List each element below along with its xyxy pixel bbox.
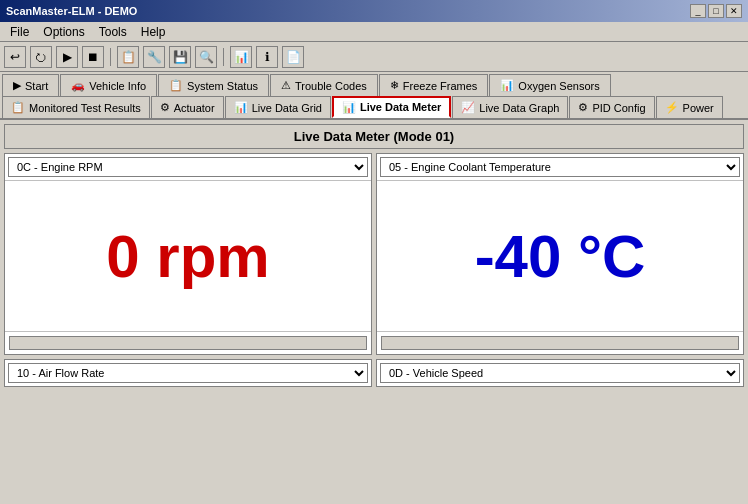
bottom-panel-right: 0D - Vehicle Speed 0C - Engine RPM 10 - … [376,359,744,387]
meter-right-progress-row [377,331,743,354]
tab-freeze-frames-label: Freeze Frames [403,80,478,92]
tab-oxygen-sensors[interactable]: 📊 Oxygen Sensors [489,74,610,96]
top-meters-row: 0C - Engine RPM 0D - Vehicle Speed 10 - … [4,153,744,355]
bottom-panel-left: 10 - Air Flow Rate 0C - Engine RPM 0D - … [4,359,372,387]
tab-live-grid-label: Live Data Grid [252,102,322,114]
meter-left-select[interactable]: 0C - Engine RPM 0D - Vehicle Speed 10 - … [8,157,368,177]
title-bar: ScanMaster-ELM - DEMO _ □ ✕ [0,0,748,22]
live-grid-icon: 📊 [234,101,248,114]
bottom-right-select[interactable]: 0D - Vehicle Speed 0C - Engine RPM 10 - … [380,363,740,383]
toolbar-sep-2 [223,48,224,66]
power-icon: ⚡ [665,101,679,114]
menu-file[interactable]: File [4,24,35,40]
tab-monitored-label: Monitored Test Results [29,102,141,114]
tab-monitored-test-results[interactable]: 📋 Monitored Test Results [2,96,150,118]
actuator-icon: ⚙ [160,101,170,114]
toolbar-btn-6[interactable]: 🔧 [143,46,165,68]
monitored-test-icon: 📋 [11,101,25,114]
main-content: Live Data Meter (Mode 01) 0C - Engine RP… [0,120,748,391]
bottom-left-select[interactable]: 10 - Air Flow Rate 0C - Engine RPM 0D - … [8,363,368,383]
tab-start[interactable]: ▶ Start [2,74,59,96]
tab-live-graph-label: Live Data Graph [479,102,559,114]
toolbar-btn-10[interactable]: ℹ [256,46,278,68]
toolbar: ↩ ⭮ ▶ ⏹ 📋 🔧 💾 🔍 📊 ℹ 📄 [0,42,748,72]
toolbar-btn-9[interactable]: 📊 [230,46,252,68]
meter-panel-right: 05 - Engine Coolant Temperature 0F - Int… [376,153,744,355]
toolbar-btn-11[interactable]: 📄 [282,46,304,68]
toolbar-btn-3[interactable]: ▶ [56,46,78,68]
toolbar-btn-4[interactable]: ⏹ [82,46,104,68]
system-status-icon: 📋 [169,79,183,92]
maximize-button[interactable]: □ [708,4,724,18]
tab-vehicle-info-label: Vehicle Info [89,80,146,92]
tab-live-meter-label: Live Data Meter [360,101,441,113]
meter-left-value-area: 0 rpm [5,181,371,331]
window-controls: _ □ ✕ [690,4,742,18]
vehicle-info-icon: 🚗 [71,79,85,92]
meter-panel-left: 0C - Engine RPM 0D - Vehicle Speed 10 - … [4,153,372,355]
live-meter-icon: 📊 [342,101,356,114]
tab-actuator[interactable]: ⚙ Actuator [151,96,224,118]
meter-left-value: 0 rpm [106,222,269,291]
tab-power[interactable]: ⚡ Power [656,96,723,118]
tab-pid-config[interactable]: ⚙ PID Config [569,96,654,118]
menu-help[interactable]: Help [135,24,172,40]
start-icon: ▶ [13,79,21,92]
tab-start-label: Start [25,80,48,92]
toolbar-btn-8[interactable]: 🔍 [195,46,217,68]
close-button[interactable]: ✕ [726,4,742,18]
meter-right-value: -40 °C [475,222,646,291]
nav-tabs-row2: 📋 Monitored Test Results ⚙ Actuator 📊 Li… [0,96,748,120]
meter-right-select-row: 05 - Engine Coolant Temperature 0F - Int… [377,154,743,181]
tab-power-label: Power [683,102,714,114]
minimize-button[interactable]: _ [690,4,706,18]
freeze-frames-icon: ❄ [390,79,399,92]
tab-trouble-codes-label: Trouble Codes [295,80,367,92]
tab-oxygen-sensors-label: Oxygen Sensors [518,80,599,92]
tab-vehicle-info[interactable]: 🚗 Vehicle Info [60,74,157,96]
meter-right-progress [381,336,739,350]
tab-pid-config-label: PID Config [592,102,645,114]
toolbar-btn-1[interactable]: ↩ [4,46,26,68]
toolbar-btn-7[interactable]: 💾 [169,46,191,68]
tab-live-data-grid[interactable]: 📊 Live Data Grid [225,96,331,118]
tab-live-data-graph[interactable]: 📈 Live Data Graph [452,96,568,118]
toolbar-btn-5[interactable]: 📋 [117,46,139,68]
panel-header: Live Data Meter (Mode 01) [4,124,744,149]
tab-actuator-label: Actuator [174,102,215,114]
pid-config-icon: ⚙ [578,101,588,114]
bottom-row: 10 - Air Flow Rate 0C - Engine RPM 0D - … [4,359,744,387]
menu-bar: File Options Tools Help [0,22,748,42]
panel-title: Live Data Meter (Mode 01) [294,129,454,144]
tab-system-status-label: System Status [187,80,258,92]
toolbar-btn-2[interactable]: ⭮ [30,46,52,68]
live-graph-icon: 📈 [461,101,475,114]
meter-left-progress-row [5,331,371,354]
meter-right-select[interactable]: 05 - Engine Coolant Temperature 0F - Int… [380,157,740,177]
tab-system-status[interactable]: 📋 System Status [158,74,269,96]
tab-live-data-meter[interactable]: 📊 Live Data Meter [332,96,451,118]
toolbar-sep-1 [110,48,111,66]
oxygen-sensors-icon: 📊 [500,79,514,92]
meter-left-progress [9,336,367,350]
nav-tabs-row1: ▶ Start 🚗 Vehicle Info 📋 System Status ⚠… [0,72,748,96]
meter-right-value-area: -40 °C [377,181,743,331]
trouble-codes-icon: ⚠ [281,79,291,92]
meter-left-select-row: 0C - Engine RPM 0D - Vehicle Speed 10 - … [5,154,371,181]
menu-options[interactable]: Options [37,24,90,40]
menu-tools[interactable]: Tools [93,24,133,40]
window-title: ScanMaster-ELM - DEMO [6,5,137,17]
tab-trouble-codes[interactable]: ⚠ Trouble Codes [270,74,378,96]
tab-freeze-frames[interactable]: ❄ Freeze Frames [379,74,489,96]
